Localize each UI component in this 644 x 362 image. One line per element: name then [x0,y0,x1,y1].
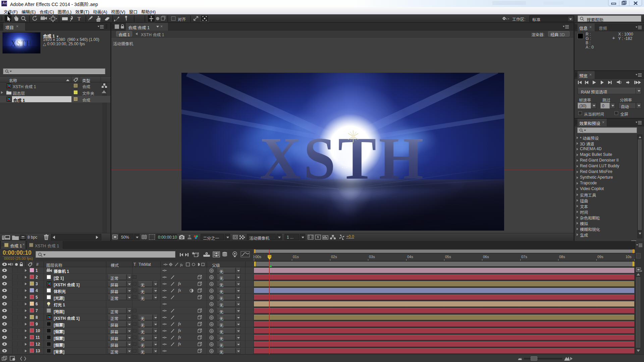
svg-text:fx: fx [180,263,183,267]
svg-text:T: T [77,16,81,21]
